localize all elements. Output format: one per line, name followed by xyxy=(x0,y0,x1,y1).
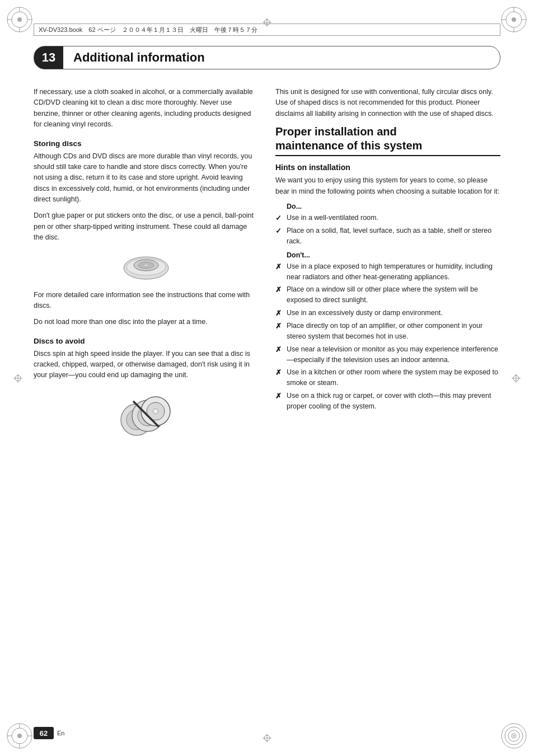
corner-decor-bl xyxy=(4,721,35,752)
corner-decor-br xyxy=(499,721,530,752)
dont-items-list: ✗ Use in a place exposed to high tempera… xyxy=(275,261,500,412)
dont-item-2: ✗ Place on a window sill or other place … xyxy=(275,284,500,306)
care-note2: Do not load more than one disc into the … xyxy=(34,317,259,327)
do-label: Do... xyxy=(275,203,500,210)
hints-intro: We want you to enjoy using this system f… xyxy=(275,175,500,197)
main-content: If necessary, use a cloth soaked in alco… xyxy=(34,87,500,711)
svg-point-2 xyxy=(17,17,22,22)
page-footer: 62 En xyxy=(34,727,64,739)
do-item-1-text: Use in a well-ventilated room. xyxy=(287,213,378,223)
crosshair-bottom xyxy=(261,732,273,744)
storing-discs-text2: Don't glue paper or put stickers onto th… xyxy=(34,210,259,243)
crosshair-right xyxy=(510,373,522,384)
do-item-1: ✓ Use in a well-ventilated room. xyxy=(275,213,500,224)
svg-point-51 xyxy=(153,408,158,414)
dont-item-4: ✗ Place directly on top of an amplifier,… xyxy=(275,321,500,342)
corner-decor-tr xyxy=(499,4,530,35)
shaped-disc-text: This unit is designed for use with conve… xyxy=(275,87,500,119)
chapter-number: 13 xyxy=(34,46,63,69)
dont-item-4-text: Place directly on top of an amplifier, o… xyxy=(287,321,500,342)
file-info-bar: XV-DV323.book 62 ページ ２００４年１月１３日 火曜日 午後７時… xyxy=(34,24,500,36)
xmark-2: ✗ xyxy=(275,284,283,295)
cleaning-disc-image xyxy=(34,251,259,282)
dont-item-6: ✗ Use in a kitchen or other room where t… xyxy=(275,367,500,388)
do-items-list: ✓ Use in a well-ventilated room. ✓ Place… xyxy=(275,213,500,247)
svg-point-9 xyxy=(512,17,516,22)
storing-discs-heading: Storing discs xyxy=(34,139,259,148)
dont-item-1: ✗ Use in a place exposed to high tempera… xyxy=(275,261,500,283)
discs-to-avoid-heading: Discs to avoid xyxy=(34,337,259,345)
svg-point-25 xyxy=(513,735,515,737)
dont-item-1-text: Use in a place exposed to high temperatu… xyxy=(287,261,500,283)
chapter-title: Additional information xyxy=(63,50,205,65)
do-item-2: ✓ Place on a solid, flat, level surface,… xyxy=(275,226,500,247)
dont-item-5: ✗ Use near a television or monitor as yo… xyxy=(275,344,500,365)
corner-decor-tl xyxy=(4,4,35,35)
page-lang: En xyxy=(57,730,64,736)
discs-to-avoid-text: Discs spin at high speed inside the play… xyxy=(34,349,259,381)
left-column: If necessary, use a cloth soaked in alco… xyxy=(34,87,259,711)
dont-item-3: ✗ Use in an excessively dusty or damp en… xyxy=(275,308,500,319)
checkmark-2: ✓ xyxy=(275,226,283,237)
crosshair-left xyxy=(12,373,24,384)
xmark-7: ✗ xyxy=(275,391,283,402)
xmark-1: ✗ xyxy=(275,261,283,273)
chapter-header: 13 Additional information xyxy=(34,46,500,69)
xmark-4: ✗ xyxy=(275,321,283,332)
xmark-6: ✗ xyxy=(275,367,283,378)
damaged-discs-svg xyxy=(115,389,177,439)
storing-discs-text1: Although CDs and DVD discs are more dura… xyxy=(34,151,259,205)
damaged-discs-image xyxy=(34,389,259,439)
dont-item-2-text: Place on a window sill or other place wh… xyxy=(287,284,500,306)
file-info-text: XV-DV323.book 62 ページ ２００４年１月１３日 火曜日 午後７時… xyxy=(39,26,257,34)
right-column: This unit is designed for use with conve… xyxy=(275,87,500,711)
checkmark-1: ✓ xyxy=(275,213,283,224)
cleaning-disc-svg xyxy=(121,251,171,282)
hints-on-installation-heading: Hints on installation xyxy=(275,163,500,172)
intro-text: If necessary, use a cloth soaked in alco… xyxy=(34,87,259,130)
dont-item-7-text: Use on a thick rug or carpet, or cover w… xyxy=(287,391,500,412)
dont-item-7: ✗ Use on a thick rug or carpet, or cover… xyxy=(275,391,500,412)
dont-item-5-text: Use near a television or monitor as you … xyxy=(287,344,500,365)
xmark-5: ✗ xyxy=(275,344,283,355)
svg-point-16 xyxy=(17,734,22,738)
xmark-3: ✗ xyxy=(275,308,283,319)
do-item-2-text: Place on a solid, flat, level surface, s… xyxy=(287,226,500,247)
proper-installation-heading: Proper installation and maintenance of t… xyxy=(275,125,500,156)
dont-label: Don't... xyxy=(275,251,500,259)
dont-item-3-text: Use in an excessively dusty or damp envi… xyxy=(287,308,443,318)
dont-item-6-text: Use in a kitchen or other room where the… xyxy=(287,367,500,388)
page-number: 62 xyxy=(34,727,54,739)
care-note1: For more detailed care information see t… xyxy=(34,290,259,312)
svg-point-42 xyxy=(144,264,148,266)
